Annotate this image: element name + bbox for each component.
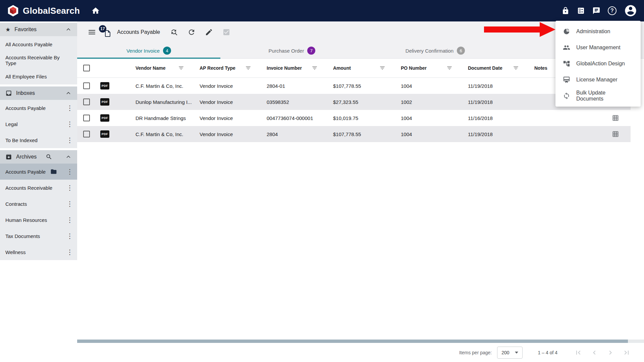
kebab-menu-icon[interactable]: ⋮ — [66, 121, 72, 127]
horizontal-scrollbar[interactable] — [77, 340, 644, 343]
menu-item-license-manager[interactable]: License Manager — [555, 72, 641, 88]
favorite-item-all-employee-files[interactable]: All Employee Files — [0, 68, 77, 84]
previous-page-button[interactable] — [590, 349, 598, 357]
kebab-menu-icon[interactable]: ⋮ — [66, 137, 72, 143]
column-header-vendor-name: Vendor Name — [136, 65, 165, 71]
cell-document-date: 11/19/2018 — [468, 131, 534, 137]
menu-item-globalaction-design[interactable]: GlobalAction Design — [555, 56, 641, 72]
help-button[interactable]: ? — [608, 6, 616, 15]
filter-icon[interactable] — [312, 65, 318, 71]
cell-po-number: 1004 — [401, 115, 468, 121]
filter-icon[interactable] — [379, 65, 385, 71]
grid-view-icon[interactable] — [612, 131, 619, 137]
inbox-item-label: Legal — [5, 121, 18, 127]
grid-view-icon[interactable] — [612, 115, 619, 121]
select-all-checkbox[interactable] — [83, 65, 90, 71]
filter-icon[interactable] — [446, 65, 452, 71]
menu-item-user-management[interactable]: User Management — [555, 40, 641, 56]
refresh-search-button[interactable] — [170, 28, 178, 36]
kebab-menu-icon[interactable]: ⋮ — [66, 200, 72, 207]
archive-item-contracts[interactable]: Contracts ⋮ — [0, 196, 77, 212]
pdf-icon[interactable]: PDF — [100, 82, 109, 89]
help-glyph: ? — [610, 8, 614, 14]
favorite-item-all-accounts-payable[interactable]: All Accounts Payable — [0, 36, 77, 52]
inbox-item-legal[interactable]: Legal ⋮ — [0, 116, 77, 132]
home-button[interactable] — [91, 6, 100, 15]
lock-button[interactable] — [561, 7, 570, 15]
pdf-icon[interactable]: PDF — [100, 114, 109, 122]
last-page-button[interactable] — [623, 349, 631, 357]
archive-item-label: Human Resources — [5, 217, 47, 223]
pdf-icon[interactable]: PDF — [100, 130, 109, 138]
kebab-menu-icon[interactable]: ⋮ — [66, 233, 72, 239]
favorite-item-accounts-receivable-by-type[interactable]: Accounts Receivable By Type — [0, 52, 77, 68]
cell-record-type: Vendor Invoice — [200, 83, 267, 89]
menu-item-administration[interactable]: Administration — [555, 23, 641, 40]
search-icon[interactable] — [46, 154, 52, 160]
feedback-button[interactable] — [592, 7, 600, 15]
table-row[interactable]: PDF Dunlop Manufacturing I... Vendor Inv… — [77, 94, 631, 110]
table-row[interactable]: PDF C.F. Martin & Co, Inc. Vendor Invoic… — [77, 78, 631, 94]
chevron-up-icon[interactable] — [65, 26, 72, 33]
pagination-bar: Items per page: 200 1 – 4 of 4 — [77, 343, 644, 362]
row-checkbox[interactable] — [83, 115, 90, 121]
menu-toggle-button[interactable] — [88, 28, 96, 37]
archive-item-human-resources[interactable]: Human Resources ⋮ — [0, 212, 77, 228]
modules-button[interactable] — [577, 7, 585, 15]
inbox-item-to-be-indexed[interactable]: To Be Indexed ⋮ — [0, 132, 77, 148]
tab-count-badge: 6 — [457, 47, 465, 55]
cell-vendor: C.F. Martin & Co, Inc. — [114, 83, 200, 89]
chevron-up-icon[interactable] — [65, 90, 72, 97]
brand: GlobalSearch — [7, 4, 80, 17]
first-page-button[interactable] — [574, 349, 582, 357]
tab-count-badge: 4 — [163, 47, 171, 55]
inbox-item-label: To Be Indexed — [5, 137, 38, 143]
pdf-icon[interactable]: PDF — [100, 98, 109, 106]
inbox-icon — [5, 90, 12, 97]
menu-item-bulk-update-documents[interactable]: Bulk Update Documents — [555, 88, 641, 104]
archive-item-label: Accounts Payable — [5, 169, 46, 175]
archive-item-wellness[interactable]: Wellness ⋮ — [0, 244, 77, 260]
next-page-button[interactable] — [606, 349, 614, 357]
kebab-menu-icon[interactable]: ⋮ — [66, 105, 72, 111]
account-button[interactable] — [624, 4, 637, 17]
filter-icon[interactable] — [513, 65, 519, 71]
row-checkbox[interactable] — [83, 82, 90, 89]
refresh-button[interactable] — [187, 28, 196, 36]
items-per-page-select[interactable]: 200 — [497, 347, 522, 359]
row-checkbox[interactable] — [83, 131, 90, 137]
inbox-item-accounts-payable[interactable]: Accounts Payable ⋮ — [0, 100, 77, 116]
scrollbar-thumb[interactable] — [77, 340, 628, 343]
favorites-section: ★ Favorites All Accounts Payable Account… — [0, 23, 77, 84]
row-checkbox[interactable] — [83, 99, 90, 105]
table-row[interactable]: PDF C.F. Martin & Co, Inc. Vendor Invoic… — [77, 126, 631, 142]
multi-select-button[interactable] — [222, 28, 230, 36]
tab-label: Vendor Invoice — [126, 48, 160, 54]
inboxes-header[interactable]: Inboxes — [0, 86, 77, 100]
hamburger-icon — [88, 28, 96, 37]
kebab-menu-icon[interactable]: ⋮ — [66, 184, 72, 191]
cell-record-type: Vendor Invoice — [200, 115, 267, 121]
table-row[interactable]: PDF DR Handmade Strings Vendor Invoice 0… — [77, 110, 631, 126]
archive-item-tax-documents[interactable]: Tax Documents ⋮ — [0, 228, 77, 244]
archives-header[interactable]: Archives — [0, 150, 77, 164]
filter-icon[interactable] — [178, 65, 184, 71]
tab-purchase-order[interactable]: Purchase Order 7 — [220, 43, 364, 58]
pagination-controls — [574, 349, 631, 357]
column-header-amount: Amount — [333, 65, 351, 71]
favorites-header[interactable]: ★ Favorites — [0, 23, 77, 36]
items-per-page-label: Items per page: — [459, 350, 492, 355]
tab-vendor-invoice[interactable]: Vendor Invoice 4 — [77, 43, 220, 58]
kebab-menu-icon[interactable]: ⋮ — [66, 168, 72, 175]
chevron-up-icon[interactable] — [65, 154, 72, 160]
kebab-menu-icon[interactable]: ⋮ — [66, 217, 72, 223]
archive-item-accounts-receivable[interactable]: Accounts Receivable ⋮ — [0, 180, 77, 196]
checkbox-checked-icon — [222, 28, 230, 36]
filter-icon[interactable] — [245, 65, 251, 71]
favorites-label: Favorites — [14, 26, 37, 33]
kebab-menu-icon[interactable]: ⋮ — [66, 249, 72, 255]
tab-delivery-confirmation[interactable]: Delivery Confirmation 6 — [364, 43, 507, 58]
folder-icon — [50, 168, 57, 175]
archive-item-accounts-payable[interactable]: Accounts Payable ⋮ — [0, 164, 77, 180]
edit-button[interactable] — [205, 28, 213, 36]
